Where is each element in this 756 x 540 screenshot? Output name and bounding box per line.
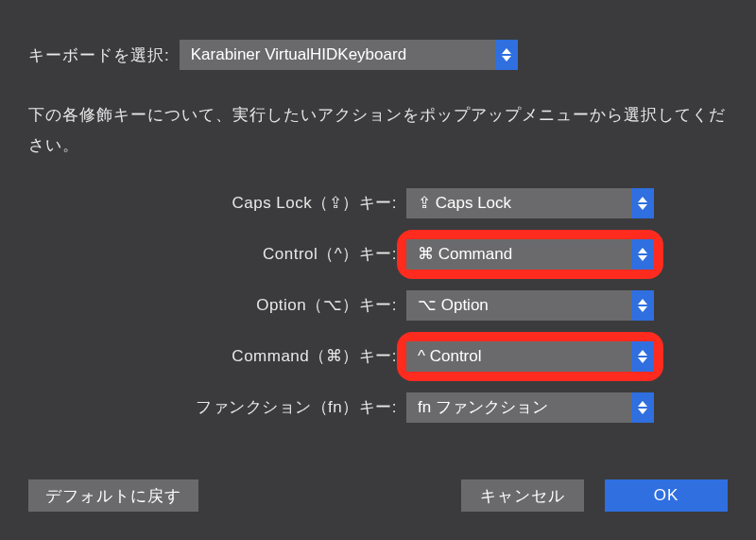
- modifier-row-label: Option（⌥）キー:: [28, 294, 406, 316]
- modifier-select-wrap: ^ Control: [406, 341, 654, 372]
- dropdown-stepper-icon: [631, 188, 654, 218]
- modifier-row-label: ファンクション（fn）キー:: [28, 396, 406, 418]
- dropdown-stepper-icon: [495, 40, 518, 70]
- modifier-row: Option（⌥）キー:⌥ Option: [28, 290, 728, 321]
- modifier-select-wrap: ⇪ Caps Lock: [406, 188, 654, 218]
- modifier-select[interactable]: ^ Control: [406, 341, 654, 372]
- restore-defaults-label: デフォルトに戻す: [45, 485, 181, 507]
- dropdown-stepper-icon: [631, 290, 654, 321]
- modifier-row-label: Control（^）キー:: [28, 243, 406, 265]
- dropdown-stepper-icon: [631, 392, 654, 423]
- modifier-select-wrap: ⌥ Option: [406, 290, 654, 321]
- instruction-text: 下の各修飾キーについて、実行したいアクションをポップアップメニューから選択してく…: [28, 100, 728, 162]
- ok-button[interactable]: OK: [605, 479, 728, 512]
- restore-defaults-button[interactable]: デフォルトに戻す: [28, 479, 198, 512]
- modifier-select[interactable]: ⇪ Caps Lock: [406, 188, 654, 218]
- dropdown-stepper-icon: [631, 239, 654, 270]
- modifier-select-value: ^ Control: [418, 347, 482, 366]
- cancel-label: キャンセル: [480, 485, 565, 507]
- modifier-row-label: Caps Lock（⇪）キー:: [28, 192, 406, 214]
- modifier-row: ファンクション（fn）キー:fn ファンクション: [28, 392, 728, 423]
- cancel-button[interactable]: キャンセル: [461, 479, 584, 512]
- modifier-select[interactable]: ⌘ Command: [406, 239, 654, 270]
- modifier-row-label: Command（⌘）キー:: [28, 345, 406, 367]
- modifier-select-value: ⌘ Command: [418, 244, 512, 264]
- modifier-row: Caps Lock（⇪）キー:⇪ Caps Lock: [28, 188, 728, 218]
- dropdown-stepper-icon: [631, 341, 654, 372]
- modifier-select-value: fn ファンクション: [418, 396, 548, 418]
- keyboard-select-label: キーボードを選択:: [28, 44, 170, 66]
- modifier-select[interactable]: fn ファンクション: [406, 392, 654, 423]
- keyboard-select-value: Karabiner VirtualHIDKeyboard: [191, 45, 406, 64]
- modifier-select-wrap: ⌘ Command: [406, 239, 654, 270]
- modifier-row: Control（^）キー:⌘ Command: [28, 239, 728, 270]
- modifier-select-value: ⌥ Option: [418, 295, 489, 315]
- keyboard-select[interactable]: Karabiner VirtualHIDKeyboard: [180, 40, 518, 70]
- modifier-select-value: ⇪ Caps Lock: [418, 193, 511, 213]
- modifier-row: Command（⌘）キー:^ Control: [28, 341, 728, 372]
- modifier-select[interactable]: ⌥ Option: [406, 290, 654, 321]
- modifier-select-wrap: fn ファンクション: [406, 392, 654, 423]
- ok-label: OK: [654, 486, 679, 505]
